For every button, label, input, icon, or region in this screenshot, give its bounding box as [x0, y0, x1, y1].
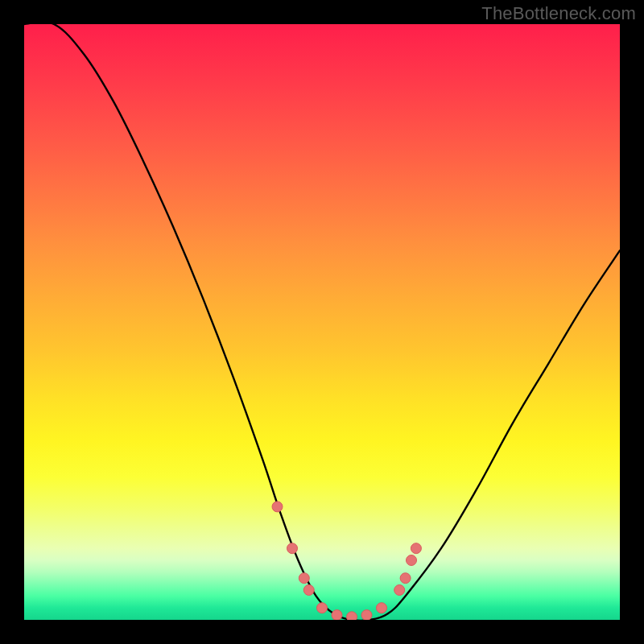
curve-marker: [347, 612, 357, 620]
curve-marker: [377, 603, 387, 613]
curve-marker: [272, 502, 283, 512]
chart-frame: TheBottleneck.com: [0, 0, 644, 644]
curve-marker: [411, 543, 421, 554]
curve-marker: [317, 603, 328, 613]
bottleneck-curve: [24, 24, 620, 620]
curve-marker: [400, 573, 411, 584]
plot-area: [24, 24, 620, 620]
curve-marker: [287, 543, 298, 554]
curve-marker: [303, 585, 314, 596]
watermark-text: TheBottleneck.com: [481, 3, 636, 24]
curve-marker: [299, 573, 309, 584]
curve-marker: [361, 610, 372, 620]
curve-layer: [24, 24, 620, 620]
curve-marker: [394, 585, 405, 596]
curve-markers: [272, 502, 421, 620]
curve-marker: [332, 610, 342, 620]
curve-marker: [407, 555, 417, 566]
